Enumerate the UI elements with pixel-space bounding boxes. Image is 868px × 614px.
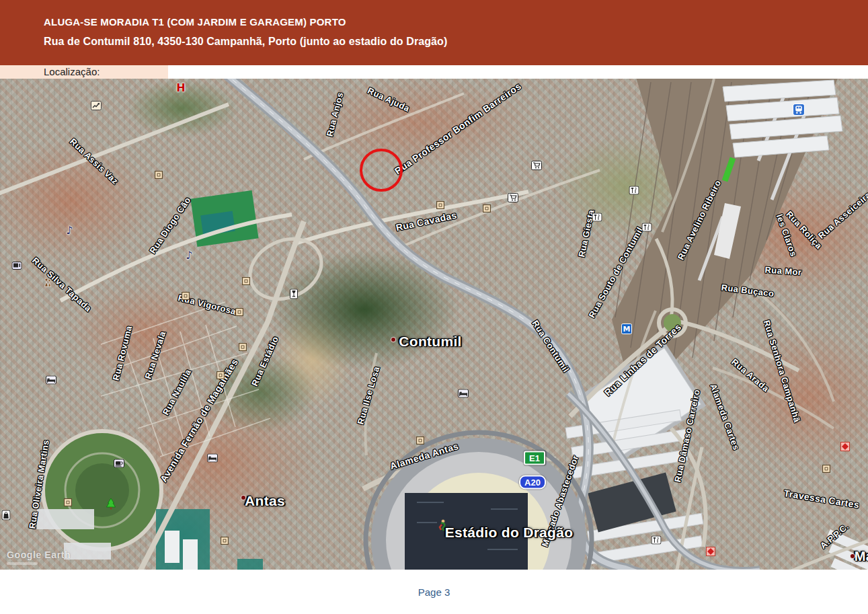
street-label: Rua Ilse Losa xyxy=(356,365,382,426)
restaurant-icon xyxy=(592,213,602,222)
street-label: Avenida Fernão de Magalhães xyxy=(158,356,240,484)
listing-address: Rua de Contumil 810, 4350-130 Campanhã, … xyxy=(44,36,447,48)
street-label: Rua Naulila xyxy=(161,367,194,416)
street-label: Rua Rovuma xyxy=(111,325,134,382)
place-label: Estádio do Dragão xyxy=(445,525,574,541)
tv-icon xyxy=(12,262,22,270)
people-icon xyxy=(43,278,52,287)
street-label: Rua Cavadas xyxy=(395,210,458,233)
map-overlays: Rua Assis VazRua Silva TapadaRua Diogo C… xyxy=(0,79,868,570)
location-highlight-circle xyxy=(360,149,403,192)
music-icon: ♪ xyxy=(186,250,192,261)
square-poi-icon xyxy=(483,204,491,213)
place-label: Antas xyxy=(245,493,285,509)
tree-icon xyxy=(106,498,116,510)
bed-icon xyxy=(458,389,469,398)
street-label: Rua Oliveira Martins xyxy=(27,439,51,529)
wine-icon xyxy=(290,289,298,299)
red-dot-icon xyxy=(391,337,397,343)
map-copyright-smudge xyxy=(7,562,38,565)
street-label: Rua Dâmaso Carreiro xyxy=(672,389,702,484)
svg-text:M: M xyxy=(623,325,631,334)
street-label: Rua Nevala xyxy=(143,330,167,380)
place-label: Ma xyxy=(855,549,868,564)
square-poi-icon xyxy=(242,277,250,285)
listing-title: ALUGA-SE MORADIA T1 (COM JARDIM E GARAGE… xyxy=(44,16,346,28)
square-poi-icon xyxy=(416,436,424,445)
street-label: Rua Diogo Cão xyxy=(147,195,192,256)
street-label: Rua Arada xyxy=(729,356,771,393)
chart-icon xyxy=(91,101,102,110)
place-label: Contumil xyxy=(399,334,461,350)
road-badge-e1: E1 xyxy=(524,451,545,465)
street-label: Alameda Cartes xyxy=(708,383,742,452)
satellite-map-image: Rua Assis VazRua Silva TapadaRua Diogo C… xyxy=(0,79,868,570)
coffee-icon xyxy=(114,459,124,468)
street-label: Rua Anjos xyxy=(325,91,346,137)
cart-icon xyxy=(508,193,518,202)
street-label: Alameda Antas xyxy=(389,440,460,471)
street-label: Rua Buçaco xyxy=(721,282,775,299)
music-icon: ♪ xyxy=(66,225,73,236)
page-number: Page 3 xyxy=(0,586,868,598)
red-poi-icon xyxy=(840,442,850,451)
street-label: Rua Linhas de Torres xyxy=(602,321,684,398)
square-poi-icon xyxy=(436,201,444,209)
document-page: ALUGA-SE MORADIA T1 (COM JARDIM E GARAGE… xyxy=(0,0,868,614)
street-label: Rua Estádio xyxy=(249,335,280,388)
bed-icon xyxy=(46,376,56,385)
square-poi-icon xyxy=(182,292,190,300)
street-label: Rua Asseiceira xyxy=(816,190,868,241)
street-label: Travessa Cartes xyxy=(783,488,861,510)
restaurant-icon xyxy=(629,186,639,195)
restaurant-icon xyxy=(652,536,662,545)
listing-header: ALUGA-SE MORADIA T1 (COM JARDIM E GARAGE… xyxy=(0,0,868,65)
street-label: Rua Contumil xyxy=(530,318,571,374)
square-poi-icon xyxy=(155,171,163,179)
street-label: Rua Ajuda xyxy=(366,85,411,114)
road-badge-a20: A20 xyxy=(519,475,546,490)
section-label: Localização: xyxy=(44,66,100,77)
street-label: Rua Senhora Campanhã xyxy=(762,319,803,424)
square-poi-icon xyxy=(822,465,830,473)
street-label: A.P.P.C. xyxy=(818,521,851,551)
square-poi-icon xyxy=(239,343,247,351)
cart-icon xyxy=(531,161,542,170)
square-poi-icon xyxy=(221,537,229,545)
hospital-icon: H xyxy=(176,83,185,93)
street-label: Rua Silva Tapada xyxy=(30,256,93,314)
square-poi-icon xyxy=(216,371,225,379)
square-poi-icon xyxy=(235,308,243,316)
metro-icon: M xyxy=(621,323,632,334)
red-poi-icon xyxy=(706,547,715,556)
street-label: Rua Assis Vaz xyxy=(68,137,120,186)
train-icon xyxy=(793,104,805,116)
restaurant-icon xyxy=(642,223,652,232)
bed-icon xyxy=(207,454,218,463)
street-label: Rua Avelino Ribeiro xyxy=(676,178,723,262)
section-label-box: Localização: xyxy=(0,65,168,79)
street-label: Rua Mor xyxy=(764,265,802,278)
square-poi-icon xyxy=(64,498,72,506)
bag-icon xyxy=(2,510,11,521)
street-label: Rua Professor Bonfim Barreiros xyxy=(393,81,523,177)
red-dot-icon xyxy=(241,495,247,501)
soccer-icon xyxy=(437,519,448,532)
google-earth-watermark: Google Earth xyxy=(7,549,71,560)
section-strip: Localização: xyxy=(0,65,868,79)
street-label: Rua Souto de Contumil xyxy=(587,225,645,319)
red-dot-icon xyxy=(850,553,856,560)
